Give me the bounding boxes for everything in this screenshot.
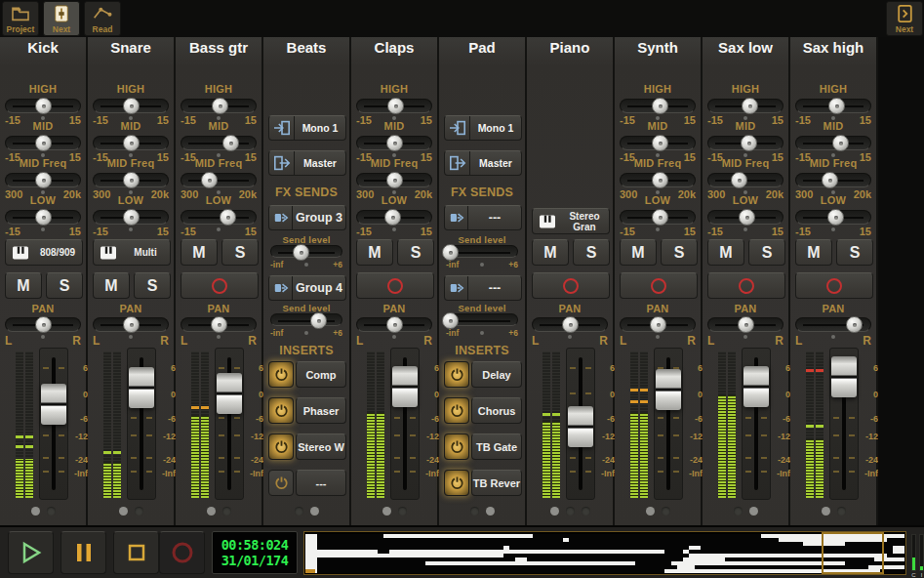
eq-mid-freq-slider-knob[interactable] bbox=[123, 172, 140, 188]
eq-low-slider-knob[interactable] bbox=[35, 209, 52, 226]
insert-1-power-button[interactable] bbox=[268, 361, 294, 388]
page-dot-active[interactable] bbox=[822, 507, 830, 516]
pan-slider[interactable] bbox=[5, 317, 81, 332]
time-display[interactable]: 00:58:024 31/01/174 bbox=[212, 531, 298, 574]
eq-high-slider-knob[interactable] bbox=[742, 98, 758, 114]
solo-button[interactable]: S bbox=[221, 239, 259, 266]
eq-mid-slider-knob[interactable] bbox=[35, 135, 52, 151]
insert-3-power-button[interactable] bbox=[444, 434, 469, 460]
solo-button[interactable]: S bbox=[46, 272, 83, 299]
eq-mid-freq-slider-knob[interactable] bbox=[201, 172, 218, 188]
overview-view-region[interactable] bbox=[822, 532, 885, 574]
eq-low-slider[interactable] bbox=[356, 210, 432, 225]
mute-button[interactable]: M bbox=[5, 272, 42, 299]
fader-handle[interactable] bbox=[217, 373, 242, 414]
pan-slider-knob[interactable] bbox=[35, 316, 52, 333]
fx-send-1-button[interactable]: --- bbox=[444, 205, 522, 230]
eq-high-slider-knob[interactable] bbox=[652, 98, 668, 114]
eq-mid-freq-slider[interactable] bbox=[620, 173, 696, 187]
page-dot[interactable] bbox=[222, 507, 231, 516]
channel-name[interactable]: Snare bbox=[88, 39, 174, 56]
page-dot-active[interactable] bbox=[207, 507, 216, 516]
preset-button[interactable]: 808/909 bbox=[5, 239, 83, 266]
next-mixer-page-button[interactable]: Next bbox=[43, 1, 80, 36]
pan-slider-knob[interactable] bbox=[123, 316, 140, 333]
eq-mid-slider-knob[interactable] bbox=[386, 135, 403, 151]
record-arm-button[interactable] bbox=[532, 272, 610, 299]
pan-slider-knob[interactable] bbox=[386, 316, 403, 333]
send-level-slider-1[interactable] bbox=[446, 245, 518, 258]
page-dot[interactable] bbox=[734, 507, 743, 516]
eq-high-slider[interactable] bbox=[707, 99, 783, 113]
fader-handle[interactable] bbox=[831, 356, 857, 397]
fader-handle[interactable] bbox=[392, 366, 418, 407]
insert-2-button[interactable]: Phaser bbox=[296, 397, 346, 424]
eq-low-slider[interactable] bbox=[5, 210, 81, 225]
pan-slider[interactable] bbox=[532, 317, 608, 332]
eq-high-slider-knob[interactable] bbox=[387, 98, 404, 114]
channel-name[interactable]: Beats bbox=[263, 39, 349, 56]
pan-slider[interactable] bbox=[620, 317, 696, 332]
eq-low-slider-knob[interactable] bbox=[123, 209, 140, 226]
eq-high-slider-knob[interactable] bbox=[828, 98, 845, 114]
eq-mid-slider[interactable] bbox=[620, 136, 696, 150]
solo-button[interactable]: S bbox=[748, 239, 785, 266]
page-dot[interactable] bbox=[470, 507, 479, 516]
insert-4-button[interactable]: TB Rever bbox=[471, 470, 522, 496]
insert-3-button[interactable]: TB Gate bbox=[471, 434, 522, 460]
channel-name[interactable]: Piano bbox=[527, 39, 613, 56]
stop-button[interactable] bbox=[113, 531, 159, 574]
channel-name[interactable]: Sax high bbox=[790, 39, 876, 56]
pan-slider[interactable] bbox=[93, 317, 169, 332]
preset-button[interactable]: Stereo Gran bbox=[532, 208, 610, 234]
page-dots[interactable] bbox=[703, 507, 788, 516]
record-arm-button[interactable] bbox=[707, 272, 785, 299]
page-dot-active[interactable] bbox=[646, 507, 655, 516]
eq-mid-slider[interactable] bbox=[707, 136, 783, 150]
eq-high-slider[interactable] bbox=[181, 99, 257, 113]
eq-mid-slider-knob[interactable] bbox=[741, 135, 757, 151]
insert-3-power-button[interactable] bbox=[268, 434, 294, 460]
page-dot-active[interactable] bbox=[119, 507, 128, 516]
pan-slider[interactable] bbox=[181, 317, 257, 332]
fader-handle[interactable] bbox=[129, 367, 154, 408]
fader-handle[interactable] bbox=[656, 369, 681, 410]
read-automation-button[interactable]: Read bbox=[84, 1, 121, 36]
page-dot[interactable] bbox=[582, 507, 590, 516]
solo-button[interactable]: S bbox=[661, 239, 698, 266]
fx-send-1-button[interactable]: Group 3 bbox=[268, 205, 346, 230]
eq-high-slider[interactable] bbox=[620, 99, 696, 113]
fader-handle[interactable] bbox=[743, 366, 769, 407]
eq-mid-slider-knob[interactable] bbox=[652, 135, 668, 151]
channel-name[interactable]: Pad bbox=[439, 39, 525, 56]
page-dot-active[interactable] bbox=[310, 507, 319, 516]
eq-low-slider[interactable] bbox=[795, 210, 871, 225]
send-level-slider-2-knob[interactable] bbox=[442, 312, 459, 329]
channel-name[interactable]: Bass gtr bbox=[176, 39, 261, 56]
page-dots[interactable] bbox=[88, 507, 174, 516]
eq-high-slider-knob[interactable] bbox=[212, 98, 228, 114]
input-routing-button[interactable]: Mono 1 bbox=[444, 115, 522, 141]
page-dot[interactable] bbox=[837, 507, 846, 516]
eq-mid-freq-slider[interactable] bbox=[5, 173, 81, 187]
eq-low-slider[interactable] bbox=[93, 210, 169, 225]
mute-button[interactable]: M bbox=[356, 239, 393, 266]
page-dot-active[interactable] bbox=[550, 507, 559, 516]
mute-button[interactable]: M bbox=[795, 239, 832, 266]
page-dot[interactable] bbox=[295, 507, 303, 516]
eq-mid-slider[interactable] bbox=[5, 136, 81, 150]
eq-mid-slider[interactable] bbox=[181, 136, 257, 150]
channel-name[interactable]: Claps bbox=[351, 39, 437, 56]
eq-mid-freq-slider[interactable] bbox=[707, 173, 783, 187]
send-level-slider-2-knob[interactable] bbox=[310, 312, 327, 329]
pan-slider[interactable] bbox=[707, 317, 783, 332]
eq-mid-slider-knob[interactable] bbox=[123, 135, 140, 151]
insert-2-power-button[interactable] bbox=[268, 397, 294, 424]
eq-low-slider-knob[interactable] bbox=[384, 209, 401, 226]
eq-mid-freq-slider-knob[interactable] bbox=[386, 172, 403, 188]
output-routing-button[interactable]: Master bbox=[268, 150, 346, 176]
eq-low-slider-knob[interactable] bbox=[739, 209, 755, 226]
send-level-slider-1-knob[interactable] bbox=[442, 244, 459, 261]
record-arm-button[interactable] bbox=[181, 272, 259, 299]
eq-mid-slider[interactable] bbox=[356, 136, 432, 150]
